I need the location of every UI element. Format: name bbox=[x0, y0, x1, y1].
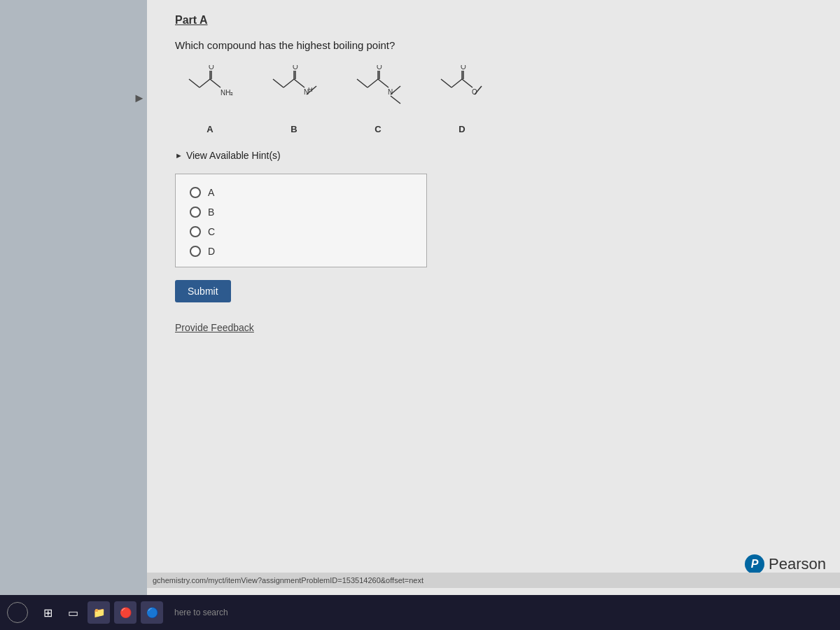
molecule-a-structure: O NH₂ bbox=[182, 65, 238, 121]
molecule-d-structure: O O bbox=[434, 65, 490, 121]
hint-link-label: View Available Hint(s) bbox=[186, 150, 281, 161]
option-row-b: B bbox=[190, 206, 412, 218]
hint-link[interactable]: ► View Available Hint(s) bbox=[175, 150, 812, 161]
taskbar-icons: ⊞ ▭ 📁 🔴 🔵 bbox=[37, 601, 163, 624]
molecule-c-structure: O N bbox=[350, 65, 406, 121]
molecule-b-label: B bbox=[290, 124, 297, 134]
taskbar-windows-button[interactable] bbox=[7, 602, 28, 623]
svg-text:O: O bbox=[377, 65, 382, 71]
question-text: Which compound has the highest boiling p… bbox=[175, 39, 812, 51]
submit-button[interactable]: Submit bbox=[175, 280, 231, 302]
molecule-c-label: C bbox=[374, 124, 381, 134]
left-sidebar bbox=[0, 0, 147, 630]
svg-line-5 bbox=[210, 79, 220, 88]
molecules-row: O NH₂ A O N H bbox=[182, 65, 812, 134]
option-label-a: A bbox=[208, 187, 214, 198]
option-radio-d[interactable] bbox=[190, 246, 201, 257]
svg-line-4 bbox=[189, 79, 200, 88]
svg-text:NH₂: NH₂ bbox=[220, 89, 233, 97]
svg-line-12 bbox=[294, 79, 304, 88]
option-row-c: C bbox=[190, 226, 412, 237]
option-row-d: D bbox=[190, 246, 412, 257]
molecule-d-label: D bbox=[458, 124, 465, 134]
hint-arrow-icon: ► bbox=[175, 151, 183, 160]
taskbar-folder-icon[interactable]: 📁 bbox=[88, 601, 110, 624]
taskbar-app-icon[interactable]: 🔴 bbox=[114, 601, 136, 624]
part-label: Part A bbox=[175, 14, 812, 27]
option-label-d: D bbox=[208, 246, 215, 257]
option-label-b: B bbox=[208, 206, 214, 218]
molecule-d: O O D bbox=[434, 65, 490, 134]
taskbar-cortana-button[interactable]: ▭ bbox=[62, 602, 83, 623]
option-label-c: C bbox=[208, 226, 215, 237]
pearson-brand-text: Pearson bbox=[769, 555, 826, 573]
svg-line-29 bbox=[441, 79, 451, 88]
chevron-right-icon[interactable]: ► bbox=[133, 91, 146, 106]
svg-text:O: O bbox=[209, 65, 214, 71]
svg-line-24 bbox=[391, 96, 400, 104]
svg-line-20 bbox=[357, 79, 368, 88]
molecule-b-structure: O N H bbox=[266, 65, 322, 121]
svg-line-21 bbox=[378, 79, 388, 88]
svg-text:N: N bbox=[388, 88, 393, 96]
option-radio-b[interactable] bbox=[190, 206, 201, 218]
taskbar: ⊞ ▭ 📁 🔴 🔵 here to search bbox=[0, 595, 840, 630]
svg-line-28 bbox=[451, 79, 462, 88]
svg-line-30 bbox=[462, 79, 472, 88]
molecule-a: O NH₂ A bbox=[182, 65, 238, 134]
svg-line-10 bbox=[284, 79, 294, 88]
svg-line-19 bbox=[368, 79, 378, 88]
svg-text:O: O bbox=[461, 65, 466, 71]
main-content: Part A Which compound has the highest bo… bbox=[147, 0, 840, 630]
svg-text:O: O bbox=[293, 65, 298, 71]
svg-line-3 bbox=[200, 79, 210, 88]
url-text: gchemistry.com/myct/itemView?assignmentP… bbox=[153, 576, 424, 584]
address-bar: gchemistry.com/myct/itemView?assignmentP… bbox=[147, 573, 840, 588]
option-row-a: A bbox=[190, 187, 412, 198]
molecule-b: O N H B bbox=[266, 65, 322, 134]
feedback-link[interactable]: Provide Feedback bbox=[175, 322, 812, 333]
options-box: A B C D bbox=[175, 174, 427, 267]
svg-line-11 bbox=[273, 79, 284, 88]
taskbar-search-text: here to search bbox=[174, 608, 228, 617]
taskbar-chrome-icon[interactable]: 🔵 bbox=[141, 601, 163, 624]
pearson-logo: P Pearson bbox=[745, 554, 826, 574]
option-radio-c[interactable] bbox=[190, 226, 201, 237]
pearson-icon: P bbox=[745, 554, 764, 574]
taskbar-search-button[interactable]: ⊞ bbox=[37, 602, 58, 623]
molecule-a-label: A bbox=[206, 124, 213, 134]
option-radio-a[interactable] bbox=[190, 187, 201, 198]
molecule-c: O N C bbox=[350, 65, 406, 134]
